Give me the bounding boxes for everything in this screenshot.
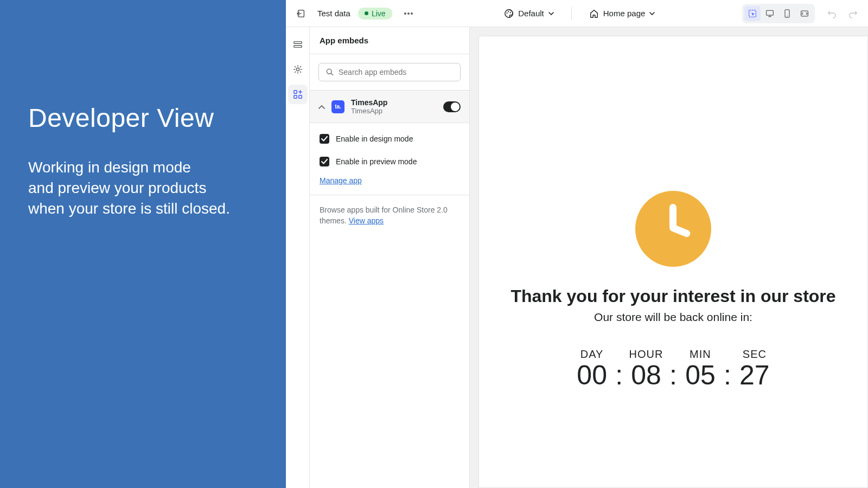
more-icon (404, 12, 413, 15)
count-min-label: MIN (690, 348, 711, 361)
preview-mode-row: Enable in preview mode (310, 150, 469, 173)
manage-app-link[interactable]: Manage app (320, 176, 362, 185)
svg-rect-13 (293, 42, 301, 44)
chevron-up-icon (318, 105, 325, 110)
app-settings: Enable in design mode Enable in preview … (310, 123, 469, 195)
count-day-label: DAY (580, 348, 604, 361)
sidebar (286, 27, 310, 488)
browse-text: Browse apps built for Online Store 2.0 t… (310, 195, 469, 236)
check-icon (321, 159, 328, 164)
manage-app-wrap: Manage app (310, 173, 469, 195)
page-selector[interactable]: Home page (584, 5, 661, 22)
exit-button[interactable] (292, 5, 310, 22)
undo-button[interactable] (824, 5, 841, 22)
svg-rect-17 (293, 95, 296, 98)
svg-point-11 (787, 16, 788, 17)
app-panel: Test data Live (286, 0, 868, 488)
style-selector-label: Default (518, 9, 544, 18)
gear-icon (293, 65, 303, 74)
mobile-icon (783, 9, 791, 18)
search-box[interactable] (318, 63, 461, 81)
style-selector[interactable]: Default (499, 5, 559, 22)
inspector-button[interactable] (744, 6, 761, 21)
live-label: Live (372, 9, 386, 18)
info-desc-line-3: when your store is still closed. (28, 198, 258, 219)
settings-tab[interactable] (288, 60, 308, 79)
svg-point-2 (407, 12, 410, 15)
desktop-icon (765, 9, 774, 18)
count-day: DAY 00 (569, 348, 615, 389)
search-input[interactable] (339, 68, 454, 76)
desktop-button[interactable] (762, 6, 778, 21)
mobile-button[interactable] (779, 6, 795, 21)
live-dot-icon (365, 11, 368, 15)
chevron-down-icon (649, 12, 655, 15)
count-hour: HOUR 08 (623, 348, 669, 389)
app-info: TimesApp TimesApp (351, 98, 437, 115)
paint-icon (504, 9, 514, 18)
inspector-icon (748, 9, 757, 18)
svg-point-3 (411, 12, 413, 15)
topbar-center: Default Home page (422, 5, 738, 22)
svg-point-1 (404, 12, 406, 15)
count-hour-value: 08 (631, 362, 661, 389)
count-sec-label: SEC (743, 348, 767, 361)
count-min: MIN 05 (677, 348, 724, 389)
view-apps-link[interactable]: View apps (349, 216, 384, 225)
app-name: TimesApp (351, 98, 437, 107)
design-mode-row: Enable in design mode (310, 127, 469, 150)
topbar: Test data Live (286, 0, 868, 27)
svg-rect-14 (293, 46, 301, 48)
panel-header: App embeds (310, 27, 469, 54)
svg-point-5 (507, 12, 508, 14)
check-icon (321, 136, 328, 142)
design-mode-checkbox[interactable] (320, 134, 329, 144)
redo-button[interactable] (844, 5, 861, 22)
sections-icon (293, 40, 303, 49)
svg-point-6 (508, 11, 509, 12)
clock-icon (635, 191, 711, 267)
preview-title: Thank you for your interest in our store (510, 286, 835, 306)
design-mode-label: Enable in design mode (336, 134, 413, 143)
count-sec: SEC 27 (731, 348, 778, 389)
fullwidth-button[interactable] (796, 6, 813, 21)
collapse-toggle[interactable] (318, 102, 325, 112)
count-day-value: 00 (577, 362, 607, 389)
count-sep: : (669, 362, 677, 389)
app-item: ta. TimesApp TimesApp (310, 90, 469, 123)
svg-point-15 (296, 68, 299, 70)
store-title: Test data (317, 9, 350, 18)
countdown: DAY 00 : HOUR 08 : MIN 05 : SEC (569, 348, 778, 389)
svg-point-7 (510, 12, 511, 13)
content-area: App embeds ta. TimesAp (286, 27, 868, 488)
svg-rect-9 (767, 10, 774, 15)
count-sep: : (615, 362, 623, 389)
count-min-value: 05 (685, 362, 716, 389)
device-group (742, 4, 815, 23)
settings-panel: App embeds ta. TimesAp (310, 27, 470, 488)
count-sep: : (724, 362, 731, 389)
search-wrap (310, 54, 469, 90)
app-toggle[interactable] (443, 101, 461, 112)
info-desc-line-2: and preview your products (28, 178, 258, 198)
exit-icon (296, 9, 306, 18)
page-selector-label: Home page (603, 9, 646, 18)
preview-mode-checkbox[interactable] (320, 157, 329, 166)
more-button[interactable] (400, 5, 417, 22)
info-title: Developer View (28, 103, 258, 133)
count-sec-value: 27 (739, 362, 770, 389)
apps-tab[interactable] (288, 85, 308, 104)
info-panel: Developer View Working in design mode an… (0, 0, 286, 488)
topbar-left: Test data Live (292, 5, 417, 22)
search-icon (326, 68, 334, 76)
svg-rect-18 (298, 95, 301, 98)
sections-tab[interactable] (288, 35, 308, 54)
preview-frame: Thank you for your interest in our store… (478, 36, 868, 488)
apps-icon (293, 89, 303, 99)
count-hour-label: HOUR (629, 348, 663, 361)
preview-area: Thank you for your interest in our store… (470, 27, 868, 488)
info-desc-line-1: Working in design mode (28, 157, 258, 178)
fullwidth-icon (800, 9, 809, 18)
svg-point-19 (327, 69, 331, 74)
undo-icon (827, 9, 837, 18)
